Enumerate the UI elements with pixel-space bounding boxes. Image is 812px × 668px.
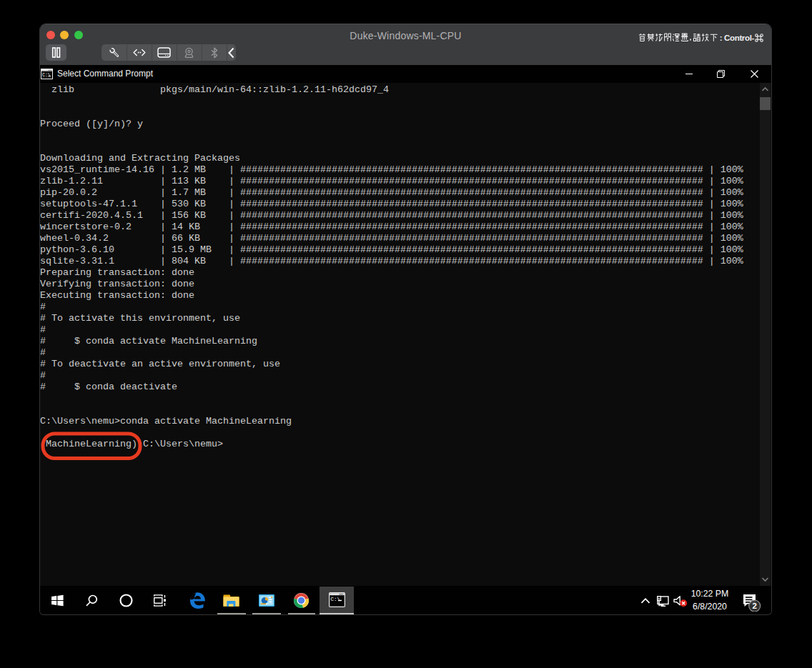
svg-text:C:\: C:\ [330, 597, 340, 602]
svg-text:C:\: C:\ [42, 73, 51, 78]
svg-text:2: 2 [752, 602, 756, 610]
